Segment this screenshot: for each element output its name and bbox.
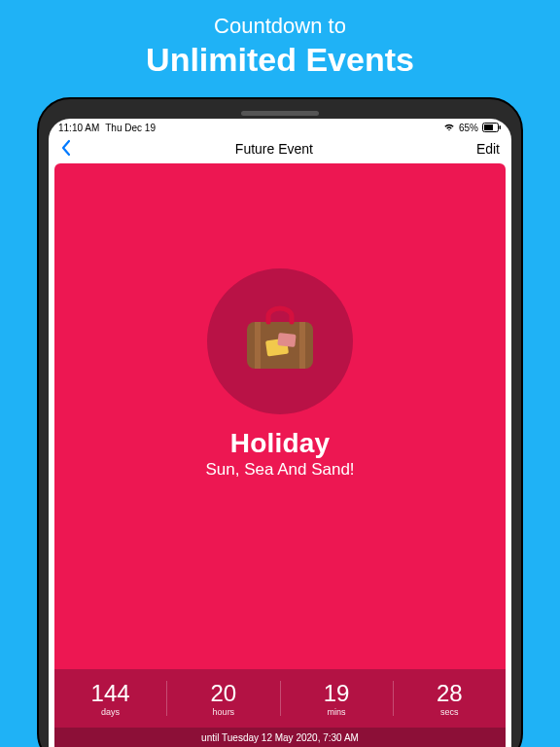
countdown-days: 144 days xyxy=(54,680,166,717)
wifi-icon xyxy=(443,123,455,133)
status-bar: 11:10 AM Thu Dec 19 65% xyxy=(49,119,511,136)
countdown-value: 20 xyxy=(167,680,279,707)
suitcase-icon xyxy=(233,293,327,390)
until-bar: until Tuesday 12 May 2020, 7:30 AM xyxy=(54,728,506,747)
event-icon-circle xyxy=(207,268,353,414)
status-date: Thu Dec 19 xyxy=(105,123,156,133)
battery-percent: 65% xyxy=(459,123,478,133)
promo-line1: Countdown to xyxy=(0,14,560,39)
event-card[interactable]: Holiday Sun, Sea And Sand! 144 days 20 h… xyxy=(54,163,506,747)
event-subtitle: Sun, Sea And Sand! xyxy=(205,460,354,480)
tablet-notch xyxy=(241,111,319,116)
back-button[interactable] xyxy=(56,139,76,160)
svg-rect-1 xyxy=(484,124,493,130)
countdown-bar: 144 days 20 hours 19 mins 28 secs xyxy=(54,669,506,728)
nav-bar: Future Event Edit xyxy=(49,136,511,161)
status-left: 11:10 AM Thu Dec 19 xyxy=(58,123,156,133)
promo-line2: Unlimited Events xyxy=(0,41,560,79)
edit-button[interactable]: Edit xyxy=(472,141,504,157)
svg-rect-4 xyxy=(255,322,261,369)
countdown-label: mins xyxy=(281,707,393,717)
countdown-value: 19 xyxy=(281,680,393,707)
nav-title: Future Event xyxy=(235,141,313,157)
countdown-value: 28 xyxy=(394,680,506,707)
countdown-label: secs xyxy=(394,707,506,717)
battery-icon xyxy=(482,123,502,132)
screen: 11:10 AM Thu Dec 19 65% Future Event Edi… xyxy=(49,119,511,747)
countdown-secs: 28 secs xyxy=(394,680,506,717)
status-right: 65% xyxy=(443,123,502,133)
countdown-label: hours xyxy=(167,707,279,717)
countdown-value: 144 xyxy=(54,680,166,707)
svg-rect-2 xyxy=(500,125,502,129)
until-text: until Tuesday 12 May 2020, 7:30 AM xyxy=(201,732,359,743)
svg-rect-5 xyxy=(299,322,305,369)
event-title: Holiday xyxy=(230,428,331,459)
countdown-label: days xyxy=(54,707,166,717)
tablet-frame: 11:10 AM Thu Dec 19 65% Future Event Edi… xyxy=(37,97,523,747)
countdown-mins: 19 mins xyxy=(281,680,393,717)
promo-banner: Countdown to Unlimited Events xyxy=(0,0,560,79)
svg-rect-7 xyxy=(277,333,296,347)
countdown-hours: 20 hours xyxy=(167,680,279,717)
status-time: 11:10 AM xyxy=(58,123,99,133)
